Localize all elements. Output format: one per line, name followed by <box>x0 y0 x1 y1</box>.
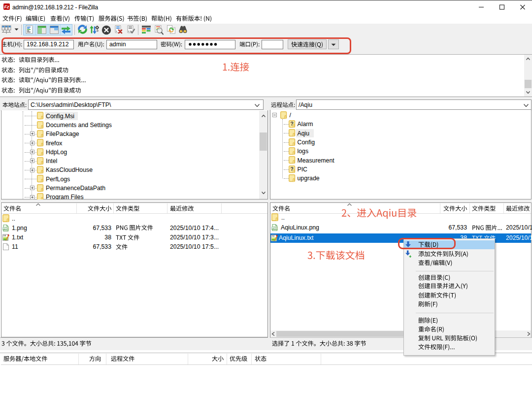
svg-text:?: ? <box>290 166 294 172</box>
svg-text:PNG: PNG <box>2 227 8 230</box>
svg-text:PNG: PNG <box>271 227 277 230</box>
svg-text:?: ? <box>290 121 294 127</box>
svg-text:Fz: Fz <box>4 4 9 9</box>
